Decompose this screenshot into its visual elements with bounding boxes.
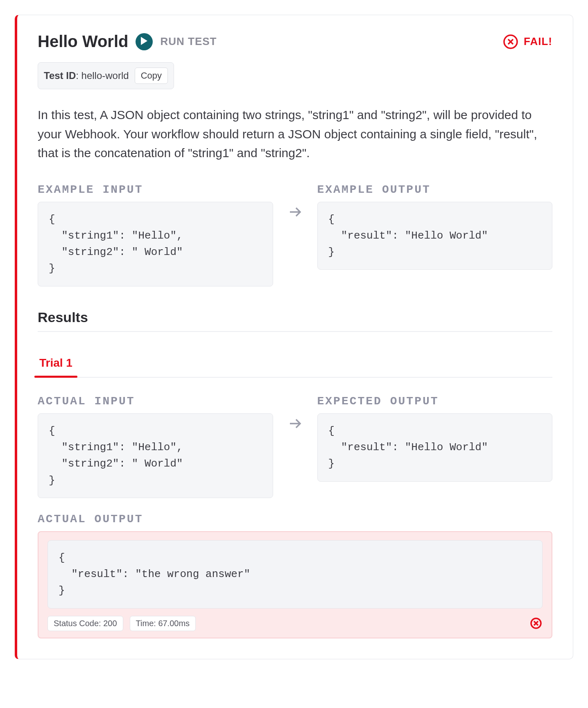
status-badge: FAIL! <box>502 34 552 50</box>
actual-input-code: { "string1": "Hello", "string2": " World… <box>38 413 273 498</box>
fail-icon <box>529 617 543 630</box>
example-io-row: EXAMPLE INPUT { "string1": "Hello", "str… <box>38 183 552 286</box>
test-title: Hello World <box>38 32 128 51</box>
example-output-code: { "result": "Hello World" } <box>317 202 553 270</box>
actual-output-fail-box: { "result": "the wrong answer" } Status … <box>38 531 552 638</box>
trial-meta-row: Status Code: 200 Time: 67.00ms <box>47 616 543 631</box>
test-id-chip: Test ID: hello-world Copy <box>38 62 174 89</box>
results-heading: Results <box>38 309 552 332</box>
fail-icon <box>502 34 519 50</box>
expected-output-code: { "result": "Hello World" } <box>317 413 553 482</box>
arrow-icon <box>283 395 308 430</box>
results-tabs: Trial 1 <box>38 352 552 378</box>
test-id-text: Test ID: hello-world <box>44 70 129 81</box>
copy-button[interactable]: Copy <box>135 68 168 84</box>
arrow-icon <box>283 183 308 218</box>
test-card: Hello World RUN TEST FAIL! <box>15 15 573 659</box>
actual-output-label: ACTUAL OUTPUT <box>38 513 552 525</box>
run-test-label[interactable]: RUN TEST <box>160 35 217 48</box>
status-code-chip: Status Code: 200 <box>47 616 123 631</box>
run-test-button[interactable] <box>136 33 153 50</box>
example-input-code: { "string1": "Hello", "string2": " World… <box>38 202 273 286</box>
header-row: Hello World RUN TEST FAIL! <box>38 32 552 51</box>
example-input-label: EXAMPLE INPUT <box>38 183 273 196</box>
test-description: In this test, A JSON object containing t… <box>38 106 545 163</box>
status-label: FAIL! <box>524 35 552 48</box>
play-icon <box>140 36 148 47</box>
actual-input-label: ACTUAL INPUT <box>38 395 273 408</box>
trial-io-row: ACTUAL INPUT { "string1": "Hello", "stri… <box>38 395 552 498</box>
time-chip: Time: 67.00ms <box>130 616 196 631</box>
example-output-label: EXAMPLE OUTPUT <box>317 183 553 196</box>
tab-trial-1[interactable]: Trial 1 <box>38 352 74 377</box>
actual-output-code: { "result": "the wrong answer" } <box>47 540 543 609</box>
expected-output-label: EXPECTED OUTPUT <box>317 395 553 408</box>
